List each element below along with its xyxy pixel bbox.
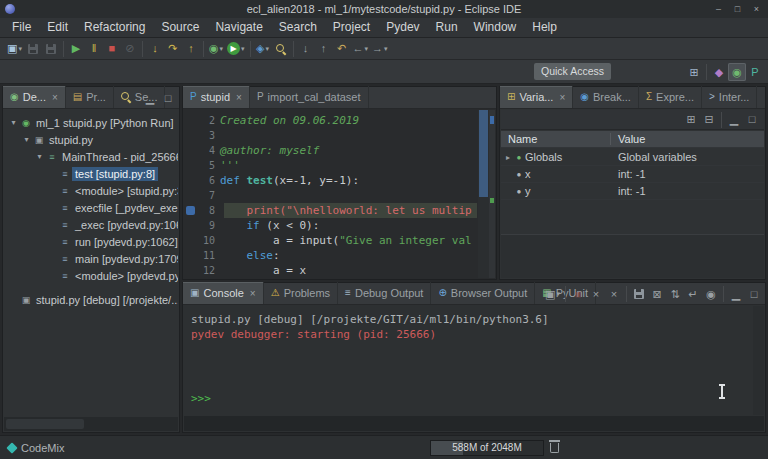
window-maximize-button[interactable]: □: [730, 2, 745, 17]
editor-line[interactable]: 2Created on 09.06.2019: [184, 113, 477, 128]
codemix-status-item[interactable]: CodeMix: [8, 436, 64, 459]
heap-status-indicator[interactable]: 588M of 2048M: [430, 440, 544, 456]
column-header-name[interactable]: Name: [501, 133, 611, 145]
clear-console[interactable]: ⊠: [648, 285, 666, 303]
menu-source[interactable]: Source: [153, 18, 207, 37]
view-tab-debug-output[interactable]: ≡Debug Output: [338, 282, 431, 304]
view-tab-package-explorer[interactable]: ▤Pr...: [66, 86, 114, 108]
last-edit-location[interactable]: ↶: [333, 40, 351, 58]
editor-line[interactable]: 7: [184, 188, 477, 203]
expander-arrow-icon[interactable]: ▾: [8, 118, 19, 127]
menu-refactoring[interactable]: Refactoring: [76, 18, 153, 37]
titlebar[interactable]: ecl_alien2018 - ml_1/mytestcode/stupid.p…: [0, 0, 768, 18]
close-icon[interactable]: ×: [559, 92, 565, 103]
new-wizard[interactable]: ▣▾: [5, 40, 24, 58]
editor-line[interactable]: 9 if (x < 0):: [184, 218, 477, 233]
close-icon[interactable]: ×: [250, 288, 256, 299]
step-over[interactable]: ↷: [164, 40, 182, 58]
view-tab-breakpoints[interactable]: ◉Break...: [573, 86, 639, 108]
view-tab-interactive-console[interactable]: >Inter...: [702, 86, 757, 108]
debug-horizontal-scrollbar[interactable]: [4, 417, 178, 431]
minimize-view[interactable]: ▁: [725, 111, 743, 129]
editor-line[interactable]: 8 print("\nhelloworld: let us multip: [184, 203, 477, 218]
previous-annotation[interactable]: ↑: [315, 40, 333, 58]
terminate[interactable]: ■: [103, 40, 121, 58]
code-editor[interactable]: 2Created on 09.06.201934@author: myself5…: [184, 110, 495, 278]
tree-item[interactable]: ≡<module> [pydevd.py:17...: [4, 267, 178, 284]
menu-project[interactable]: Project: [325, 18, 378, 37]
minimize-view[interactable]: ▁: [727, 285, 745, 303]
editor-line[interactable]: 4@author: myself: [184, 143, 477, 158]
editor-line[interactable]: 10 a = input("Give an integer val: [184, 233, 477, 248]
editor-line[interactable]: 11 else:: [184, 248, 477, 263]
perspective-debug[interactable]: ◉: [728, 63, 746, 81]
expander-arrow-icon[interactable]: ▾: [21, 135, 32, 144]
view-tab-problems[interactable]: ⚠Problems: [264, 282, 338, 304]
variable-detail-pane[interactable]: [501, 234, 764, 278]
window-close-button[interactable]: ×: [749, 2, 764, 17]
back[interactable]: ←▾: [351, 40, 371, 58]
new-pydev-module[interactable]: ◈▾: [254, 40, 272, 58]
suspend[interactable]: ‖: [85, 40, 103, 58]
console-horizontal-scrollbar[interactable]: [184, 416, 764, 431]
menu-edit[interactable]: Edit: [39, 18, 76, 37]
next-annotation[interactable]: ↓: [297, 40, 315, 58]
search[interactable]: [272, 40, 290, 58]
view-tab-browser-output[interactable]: ⊕Browser Output: [431, 282, 535, 304]
menu-file[interactable]: File: [4, 18, 39, 37]
remove-all-launches[interactable]: ×: [605, 285, 623, 303]
close-icon[interactable]: ×: [236, 92, 242, 103]
run-launch[interactable]: ▶▾: [225, 40, 247, 58]
menu-search[interactable]: Search: [271, 18, 325, 37]
editor-vertical-scrollbar[interactable]: [478, 110, 489, 278]
show-type-names[interactable]: ⊞: [682, 111, 700, 129]
collapse-all[interactable]: ⊟: [700, 111, 718, 129]
tree-item[interactable]: ▾▣stupid.py: [4, 131, 178, 148]
view-tab-expressions[interactable]: ΣExpre...: [639, 86, 702, 108]
minimize-view[interactable]: ▁: [141, 89, 159, 107]
open-console[interactable]: ▣▾: [543, 285, 562, 303]
open-perspective[interactable]: ⊞: [685, 63, 703, 81]
variable-row[interactable]: ▸●GlobalsGlobal variables: [501, 149, 764, 166]
menu-pydev[interactable]: Pydev: [378, 18, 427, 37]
tree-item[interactable]: ≡<module> [stupid.py:31]: [4, 182, 178, 199]
expander-arrow-icon[interactable]: ▸: [503, 153, 513, 162]
menu-window[interactable]: Window: [466, 18, 525, 37]
console-output[interactable]: stupid.py [debug] [/projekte/GIT/ai/ml1/…: [184, 306, 764, 431]
maximize-view[interactable]: □: [743, 111, 761, 129]
tree-item[interactable]: ≡execfile [_pydev_execfile.p...: [4, 199, 178, 216]
perspective-java[interactable]: ◆: [710, 63, 728, 81]
tree-item[interactable]: ≡run [pydevd.py:1062]: [4, 233, 178, 250]
maximize-view[interactable]: □: [159, 89, 177, 107]
column-header-value[interactable]: Value: [611, 133, 645, 145]
step-into[interactable]: ↓: [146, 40, 164, 58]
remove-launch[interactable]: ×: [587, 285, 605, 303]
editor-tab-stupid[interactable]: Pstupid×: [183, 86, 250, 108]
scrollbar-thumb[interactable]: [479, 110, 488, 197]
expander-arrow-icon[interactable]: ▾: [34, 152, 45, 161]
view-tab-console[interactable]: ▣Console×: [183, 282, 264, 304]
tree-item[interactable]: ▣stupid.py [debug] [/projekte/...: [4, 291, 178, 308]
overview-ruler[interactable]: [489, 110, 495, 278]
resume[interactable]: ▶: [67, 40, 85, 58]
menu-navigate[interactable]: Navigate: [207, 18, 270, 37]
tree-item[interactable]: ▾◉ml_1 stupid.py [Python Run]: [4, 114, 178, 131]
console-vertical-scrollbar[interactable]: [753, 306, 764, 415]
tree-item[interactable]: ≡main [pydevd.py:1709]: [4, 250, 178, 267]
tree-item[interactable]: ≡_exec [pydevd.py:1069]: [4, 216, 178, 233]
close-icon[interactable]: ×: [52, 92, 58, 103]
pin-console[interactable]: ◉: [702, 285, 720, 303]
perspective-pydev[interactable]: P: [746, 63, 764, 81]
view-tab-debug[interactable]: ◉De...×: [3, 86, 66, 108]
save-console-output[interactable]: [630, 285, 648, 303]
maximize-view[interactable]: □: [745, 285, 763, 303]
window-minimize-button[interactable]: –: [711, 2, 726, 17]
editor-tab-import-cal-dataset[interactable]: Pimport_cal_dataset: [250, 86, 369, 108]
tree-item[interactable]: ▾≡MainThread - pid_25666_id...: [4, 148, 178, 165]
scrollbar-thumb[interactable]: [6, 419, 84, 429]
editor-line[interactable]: 12 a = x: [184, 263, 477, 278]
view-tab-variables[interactable]: ⊞Varia...×: [500, 86, 573, 108]
editor-line[interactable]: 3: [184, 128, 477, 143]
menu-help[interactable]: Help: [524, 18, 565, 37]
forward[interactable]: →▾: [370, 40, 390, 58]
